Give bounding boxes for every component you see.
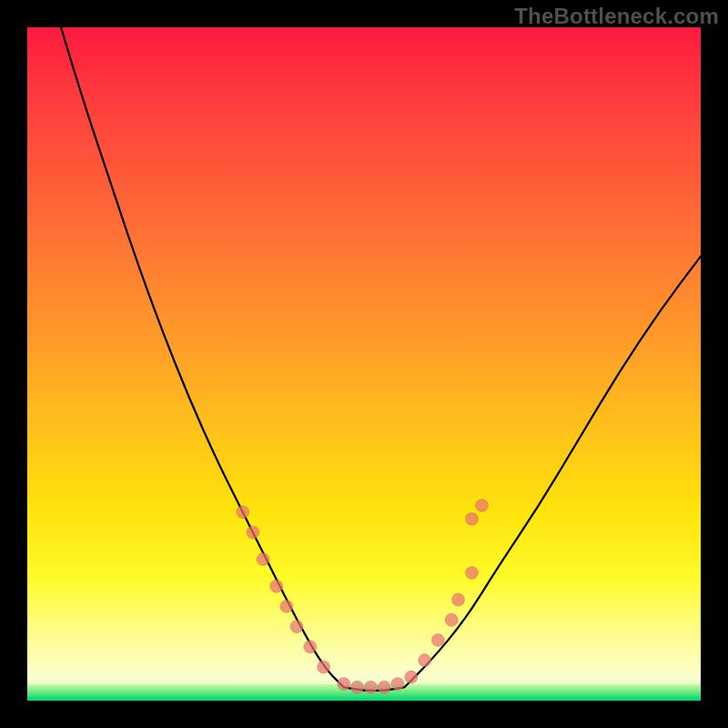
data-marker [237, 506, 249, 519]
data-marker [364, 681, 377, 693]
data-marker [431, 633, 444, 646]
data-marker [476, 499, 489, 511]
data-marker [445, 613, 458, 626]
chart-frame: TheBottleneck.com [0, 0, 728, 728]
chart-svg [27, 27, 701, 701]
data-marker [351, 681, 364, 693]
data-marker [405, 671, 418, 683]
data-marker [338, 678, 350, 691]
data-marker [465, 566, 478, 579]
data-marker [452, 593, 465, 606]
watermark-text: TheBottleneck.com [514, 4, 719, 29]
data-marker [290, 621, 303, 633]
data-marker [280, 600, 293, 612]
data-marker [257, 553, 269, 566]
data-marker [247, 526, 259, 539]
plot-area [27, 27, 701, 701]
data-marker [270, 580, 283, 592]
data-marker [391, 678, 404, 691]
curve-group [61, 27, 701, 691]
data-marker [304, 641, 317, 653]
data-marker [318, 661, 330, 673]
bottleneck-curve [61, 27, 701, 691]
data-marker [378, 681, 390, 693]
data-marker [419, 654, 431, 667]
data-marker [465, 512, 478, 525]
marker-group [237, 499, 489, 693]
